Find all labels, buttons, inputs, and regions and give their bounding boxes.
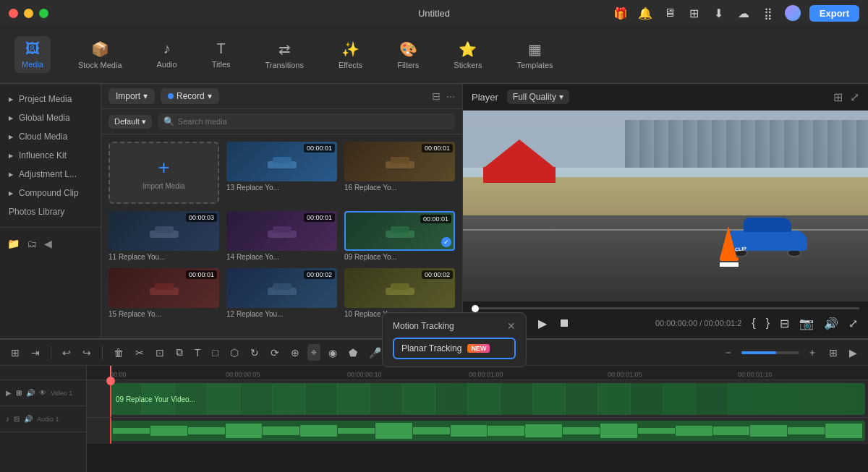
audio-mute[interactable]: ⊟ [14,415,20,423]
split-button[interactable]: ⧉ [172,344,187,361]
more-options-icon[interactable]: ··· [446,90,455,102]
media-thumb-15[interactable]: 00:00:01 15 Replace Yo... [109,268,219,318]
close-button[interactable] [9,9,18,18]
timeline-expand[interactable]: ▶ [846,345,861,361]
media-thumb-09[interactable]: 00:00:01 ✓ 09 Replace Yo... [344,211,455,261]
media-thumb-14[interactable]: 00:00:01 14 Replace Yo... [226,211,337,261]
zoom-out-button[interactable]: － [720,344,737,361]
eye-toggle[interactable]: 👁 [39,389,46,397]
grid-view-icon[interactable]: ⊞ [833,90,843,104]
grid-icon[interactable]: ⊞ [686,5,702,21]
media-thumb-16[interactable]: 00:00:01 16 Replace Yo... [344,142,455,204]
progress-bar[interactable] [472,307,859,309]
gift-icon[interactable]: 🎁 [613,5,629,21]
stop-button[interactable]: ⏹ [557,315,571,331]
rotate-button[interactable]: ↻ [247,345,263,361]
fullscreen-icon[interactable]: ⤢ [850,90,859,104]
sidebar-item-photos-library[interactable]: Photos Library [0,202,101,221]
search-input[interactable] [178,117,449,126]
new-folder-icon[interactable]: 📁 [7,238,20,249]
media-thumb-13[interactable]: 00:00:01 13 Replace Yo... [226,142,337,204]
sidebar-item-adjustment[interactable]: ▶ Adjustment L... [0,165,101,184]
color-button[interactable]: ◉ [325,345,341,361]
folder-icon[interactable]: 🗂 [27,238,37,249]
import-media-tile[interactable]: + Import Media [109,142,219,204]
cut-button[interactable]: ✂ [132,345,148,361]
sidebar-item-global-media[interactable]: ▶ Global Media [0,108,101,127]
toolbar-item-effects[interactable]: ✨ Effects [331,36,370,74]
toolbar-item-stock-media[interactable]: 📦 Stock Media [71,36,129,74]
redo-button[interactable]: ↪ [79,345,95,361]
video-track-number: Video 1 [51,390,72,397]
timeline-view-button[interactable]: ⊞ [7,345,23,361]
volume-button[interactable]: 🔊 [822,315,840,332]
delete-button[interactable]: 🗑 [110,345,127,361]
ruler-mark-110: 00:00:01:10 [738,371,773,378]
monitor-icon[interactable]: 🖥 [662,5,678,21]
audio-toggle[interactable]: 🔊 [26,389,35,397]
download-icon[interactable]: ⬇ [711,5,727,21]
zoom-in-button[interactable]: ＋ [804,344,821,361]
sidebar-item-influence-kit[interactable]: ▶ Influence Kit [0,146,101,165]
apps-icon[interactable]: ⣿ [760,5,776,21]
timeline-separator-2 [102,346,103,359]
toolbar-item-audio[interactable]: ♪ Audio [150,36,184,73]
text-button[interactable]: T [191,345,205,361]
grid-view-toggle[interactable]: ⊞ [825,345,841,361]
toolbar-item-transitions[interactable]: ⇄ Transitions [258,36,311,74]
bell-icon[interactable]: 🔔 [637,5,653,21]
overlay-button[interactable]: ⊟ [778,315,791,332]
svg-rect-13 [273,283,292,290]
zoom-slider[interactable] [741,351,799,354]
maximize-button[interactable] [39,9,48,18]
quality-select[interactable]: Full Quality ▾ [507,90,569,104]
minimize-button[interactable] [24,9,33,18]
toolbar-item-templates[interactable]: ▦ Templates [509,36,560,74]
video-clip[interactable]: 09 Replace Your Video... [110,383,865,415]
box-button[interactable]: □ [209,345,222,361]
playhead-handle[interactable] [106,377,115,385]
export-button[interactable]: Export [809,5,859,22]
titlebar: Untitled 🎁 🔔 🖥 ⊞ ⬇ ☁ ⣿ Export [0,0,868,26]
sidebar-bottom-icons: 📁 🗂 ◀ [0,233,101,254]
sidebar-item-project-media[interactable]: ▶ Project Media [0,90,101,108]
media-thumb-10[interactable]: 00:00:02 10 Replace Yo... [344,268,455,318]
audio-track-label: Audio 1 [37,416,59,423]
audio-lock[interactable]: 🔊 [24,415,33,423]
sidebar-item-compound-clip[interactable]: ▶ Compound Clip [0,184,101,202]
cloud-icon[interactable]: ☁ [736,5,752,21]
speed-button[interactable]: ⟳ [267,345,283,361]
timeline-snap-button[interactable]: ⇥ [27,345,43,361]
clip-thumb [435,383,468,415]
paint-button[interactable]: ⬡ [226,345,242,361]
motion-popup-close-button[interactable]: ✕ [507,320,516,332]
undo-button[interactable]: ↩ [59,345,75,361]
toolbar-item-media[interactable]: 🖼 Media [14,36,51,73]
new-badge: NEW [467,344,490,353]
avatar[interactable] [785,5,801,21]
planar-tracking-option[interactable]: Planar Tracking NEW [393,338,516,359]
ruler-mark-5: 00:00:00:05 [226,371,260,378]
screenshot-button[interactable]: 📷 [798,315,815,332]
sidebar-item-cloud-media[interactable]: ▶ Cloud Media [0,127,101,146]
collapse-icon[interactable]: ◀ [44,238,52,249]
motion-track-button[interactable]: ⌖ [307,344,320,361]
bracket-out-button[interactable]: } [765,315,771,331]
car-icon [382,280,418,296]
toolbar-item-titles[interactable]: T Titles [205,36,238,73]
preview-video: CLIP [463,111,868,301]
toolbar-item-filters[interactable]: 🎨 Filters [390,36,426,74]
import-button[interactable]: Import ▾ [109,88,155,104]
record-button[interactable]: Record ▾ [161,88,219,104]
media-thumb-12[interactable]: 00:00:02 12 Replace You... [226,268,337,318]
default-filter-button[interactable]: Default ▾ [109,115,152,129]
toolbar-item-stickers[interactable]: ⭐ Stickers [446,36,489,74]
mask-button[interactable]: ⬟ [345,345,361,361]
more-button[interactable]: ⊕ [287,345,303,361]
frame-forward-button[interactable]: ▶ [537,315,548,332]
crop-button[interactable]: ⊡ [152,345,168,361]
expand-button[interactable]: ⤢ [847,315,859,332]
filter-icon[interactable]: ⊟ [432,90,441,102]
media-thumb-11[interactable]: 00:00:03 11 Replace You... [109,211,219,261]
bracket-in-button[interactable]: { [750,315,757,331]
